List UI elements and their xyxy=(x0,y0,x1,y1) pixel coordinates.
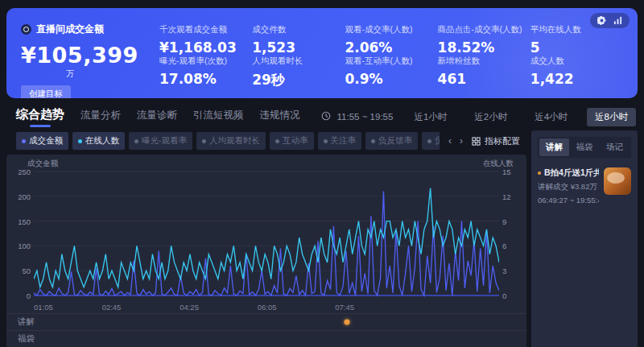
metric-value: 5 xyxy=(530,39,623,56)
signal-icon[interactable] xyxy=(613,16,622,25)
chip-label: 负反馈率 xyxy=(378,135,412,147)
left-axis-tick: 200 xyxy=(10,192,31,201)
section-tabs: 综合趋势流量分析流量诊断引流短视频违规情况 xyxy=(6,107,300,127)
chip-pager: ‹ › xyxy=(448,135,463,147)
metric-label: 成交件数 xyxy=(252,24,345,35)
chevron-left-icon[interactable]: ‹ xyxy=(448,135,452,147)
left-axis-tick: 100 xyxy=(10,242,31,250)
sidebar-item-main: B拍4斤送1斤共35-4...讲解成交 ¥3.82万06:49:27 ~ 19:… xyxy=(538,167,599,204)
target-icon xyxy=(21,24,31,35)
series-成交金额 xyxy=(34,192,499,295)
range-button[interactable]: 近1小时 xyxy=(406,108,455,126)
time-range-controls: 11:55 ~ 19:55 近1小时近2小时近4小时近8小时 xyxy=(321,108,638,126)
sidebar-item-title-text: B拍4斤送1斤共35-4... xyxy=(544,167,599,179)
metric: 人均观看时长29秒 xyxy=(252,56,345,89)
sidebar-tabs: 讲解福袋场记 xyxy=(538,137,631,158)
header-tools xyxy=(590,13,630,28)
x-axis-tick: 01:05 xyxy=(34,303,53,312)
metric-value: 29秒 xyxy=(252,71,345,89)
metric-label: 曝光-观看率(次数) xyxy=(159,56,252,67)
metric-label: 人均观看时长 xyxy=(252,56,345,67)
metric-value: 17.08% xyxy=(159,71,252,87)
chip-label: 成交金额 xyxy=(29,135,63,147)
event-marker[interactable] xyxy=(345,320,350,325)
sidebar-tab-场记[interactable]: 场记 xyxy=(600,138,630,156)
tab-流量分析[interactable]: 流量分析 xyxy=(80,109,121,127)
metric-config-button[interactable]: 指标配置 xyxy=(472,135,520,147)
chip-dot-icon xyxy=(371,139,375,143)
metric-chip[interactable]: 在线人数 xyxy=(72,132,125,150)
events-sidebar: 讲解福袋场记 B拍4斤送1斤共35-4...讲解成交 ¥3.82万06:49:2… xyxy=(531,130,638,347)
metric-config-label: 指标配置 xyxy=(485,135,520,147)
track-lane xyxy=(55,314,526,330)
sidebar-item[interactable]: B拍4斤送1斤共35-4...讲解成交 ¥3.82万06:49:27 ~ 19:… xyxy=(538,167,631,204)
range-button[interactable]: 近4小时 xyxy=(526,108,576,126)
metric-chip[interactable]: 成交金额 xyxy=(16,132,68,150)
chip-dot-icon xyxy=(427,139,431,143)
metric-chip[interactable]: 关注率 xyxy=(318,132,362,150)
left-axis-tick: 0 xyxy=(10,291,31,300)
metric-chips: 成交金额在线人数曝光-观看率人均观看时长互动率关注率负反馈率负反馈次数千次观看成… xyxy=(16,132,440,150)
tab-流量诊断[interactable]: 流量诊断 xyxy=(137,109,177,127)
tab-综合趋势[interactable]: 综合趋势 xyxy=(16,107,64,127)
right-axis-tick: 3 xyxy=(502,266,523,275)
range-buttons: 近1小时近2小时近4小时近8小时 xyxy=(406,108,636,126)
chip-dot-icon xyxy=(78,139,82,143)
content-row: 成交金额在线人数曝光-观看率人均观看时长互动率关注率负反馈率负反馈次数千次观看成… xyxy=(6,130,638,347)
range-button[interactable]: 近2小时 xyxy=(466,108,515,126)
metric: 观看-成交率(人数)2.06% xyxy=(345,24,437,56)
sidebar-item-time: 06:49:27 ~ 19:55:48 xyxy=(538,196,599,204)
trend-chart-panel: 成交金额 在线人数 25015200121509100650300 01:050… xyxy=(6,155,526,347)
metric-label: 新增粉丝数 xyxy=(438,56,530,67)
create-goal-button[interactable]: 创建目标 xyxy=(21,85,71,98)
range-button[interactable]: 近8小时 xyxy=(587,108,636,126)
right-axis-tick: 6 xyxy=(502,242,523,250)
gear-icon[interactable] xyxy=(597,16,606,25)
metric: 平均在线人数5 xyxy=(530,24,623,56)
metric-chip[interactable]: 负反馈次数 xyxy=(422,132,440,150)
left-axis-tick: 250 xyxy=(10,167,31,176)
metric-value: 1,523 xyxy=(252,39,345,56)
metric-label: 千次观看成交金额 xyxy=(159,24,252,35)
metric-chip[interactable]: 人均观看时长 xyxy=(196,132,266,150)
metric: 观看-互动率(人数)0.9% xyxy=(345,56,437,89)
chart-plot-svg xyxy=(34,165,499,302)
tab-引流短视频[interactable]: 引流短视频 xyxy=(193,109,244,127)
x-axis-tick: 04:25 xyxy=(180,303,199,312)
metric-value: 2.06% xyxy=(345,39,437,56)
bullet-dot-icon xyxy=(538,171,541,175)
sidebar-tab-讲解[interactable]: 讲解 xyxy=(539,138,569,156)
chip-label: 互动率 xyxy=(283,135,308,147)
sidebar-tab-福袋[interactable]: 福袋 xyxy=(569,138,599,156)
chip-label: 关注率 xyxy=(331,135,357,147)
trend-section: 成交金额在线人数曝光-观看率人均观看时长互动率关注率负反馈率负反馈次数千次观看成… xyxy=(6,130,526,347)
primary-metric-label: 直播间成交金额 xyxy=(36,23,104,36)
sidebar-item-title: B拍4斤送1斤共35-4... xyxy=(538,167,599,179)
chip-dot-icon xyxy=(324,139,328,143)
metric-chip[interactable]: 互动率 xyxy=(270,132,314,150)
clock-icon xyxy=(321,111,331,122)
primary-metric-block: 直播间成交金额 ¥105,399 万 创建目标 xyxy=(21,18,148,89)
chip-dot-icon xyxy=(22,139,26,143)
chip-label: 在线人数 xyxy=(85,135,119,147)
chevron-right-icon[interactable]: › xyxy=(460,135,463,147)
chip-label: 负反馈次数 xyxy=(435,135,440,147)
sidebar-item-subtitle: 讲解成交 ¥3.82万 xyxy=(538,182,599,192)
tab-违规情况[interactable]: 违规情况 xyxy=(260,109,300,127)
chip-label: 人均观看时长 xyxy=(209,135,260,147)
metric-chip[interactable]: 负反馈率 xyxy=(365,132,418,150)
metric-value: 18.52% xyxy=(438,39,530,56)
metric-chip[interactable]: 曝光-观看率 xyxy=(129,132,192,150)
chip-dot-icon xyxy=(202,139,206,143)
metric: 成交人数1,422 xyxy=(530,56,623,89)
chip-label: 曝光-观看率 xyxy=(142,135,187,147)
primary-metric-title-row: 直播间成交金额 xyxy=(21,23,148,36)
x-axis-tick: 02:45 xyxy=(102,303,122,312)
grid-icon xyxy=(472,137,481,146)
section-topbar: 综合趋势流量分析流量诊断引流短视频违规情况 11:55 ~ 19:55 近1小时… xyxy=(6,105,638,129)
trend-chart[interactable]: 25015200121509100650300 xyxy=(34,165,499,302)
track-label: 福袋 xyxy=(6,333,55,345)
product-thumbnail xyxy=(604,167,631,195)
metric: 新增粉丝数461 xyxy=(438,56,530,89)
track-label: 讲解 xyxy=(6,316,55,328)
